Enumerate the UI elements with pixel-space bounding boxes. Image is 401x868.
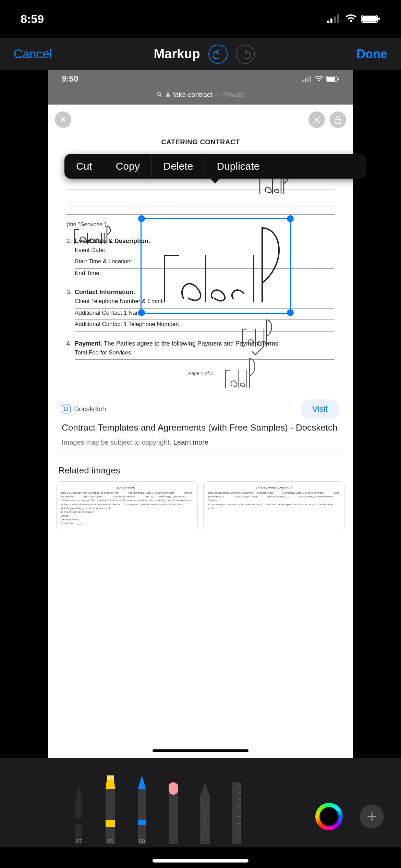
svg-rect-24 <box>138 820 146 825</box>
inner-battery-icon <box>326 76 339 82</box>
related-heading: Related images <box>58 465 343 476</box>
svg-rect-22 <box>107 775 114 780</box>
search-result-card: D Docsketch Visit Contract Templates and… <box>56 391 345 455</box>
copyright-text: Images may be subject to copyright. Lear… <box>62 438 339 446</box>
wifi-icon <box>345 14 357 23</box>
doc-title: CATERING CONTRACT <box>66 137 335 147</box>
result-site: D Docsketch <box>62 405 301 413</box>
svg-rect-12 <box>327 77 335 81</box>
ctx-caret-icon <box>210 179 220 183</box>
ctx-cut[interactable]: Cut <box>64 154 104 179</box>
svg-rect-2 <box>334 16 336 23</box>
battery-icon <box>361 14 380 23</box>
visit-button: Visit <box>301 399 339 419</box>
docsketch-icon: D <box>62 405 71 413</box>
status-bar: 8:59 <box>0 0 401 38</box>
svg-rect-25 <box>169 793 178 844</box>
pen-tool[interactable]: 97 <box>69 786 88 844</box>
plus-icon <box>367 811 377 822</box>
redo-icon <box>240 49 251 59</box>
lasso-tool[interactable] <box>195 782 215 844</box>
add-button[interactable] <box>360 805 384 829</box>
highlighter-size: 80 <box>107 839 113 845</box>
svg-rect-7 <box>302 80 304 82</box>
redo-button[interactable] <box>236 45 255 64</box>
li2-head: Event Date & Description. <box>75 238 150 244</box>
highlighter-tool[interactable]: 80 <box>101 775 120 844</box>
handle-tl[interactable] <box>138 215 145 222</box>
svg-rect-21 <box>106 820 115 827</box>
svg-rect-6 <box>378 17 380 20</box>
ruler-tool[interactable] <box>227 782 246 844</box>
inner-search-bar: fake contract — Private <box>48 87 353 102</box>
handle-tr[interactable] <box>287 215 294 222</box>
screenshot-canvas[interactable]: 9:50 fake contract — Private ✕ <box>48 70 353 758</box>
close-icon: ✕ <box>55 111 71 128</box>
li4-head: Payment. <box>75 340 102 347</box>
markup-toolbar: 97 80 50 <box>0 758 401 847</box>
svg-rect-0 <box>327 21 329 23</box>
home-indicator <box>153 859 248 863</box>
status-time: 8:59 <box>21 12 44 26</box>
selection-box[interactable] <box>141 218 291 314</box>
page-content: ✕ CATERING CONTRACT This Catering Contra… <box>48 105 353 758</box>
status-icons <box>327 14 380 23</box>
share-icon <box>330 111 346 128</box>
pen-size: 97 <box>76 839 82 845</box>
ctx-copy[interactable]: Copy <box>104 154 151 179</box>
lock-icon <box>166 92 170 97</box>
inner-chrome: 9:50 fake contract — Private <box>48 70 353 105</box>
svg-point-17 <box>315 118 318 121</box>
result-title: Contract Templates and Agreements (with … <box>62 422 339 434</box>
related-card-1: DJ CONTRACTThis DJ Contract (the "Contra… <box>56 481 198 530</box>
cellular-icon <box>327 14 341 23</box>
svg-rect-8 <box>305 79 306 82</box>
svg-rect-20 <box>106 789 115 844</box>
search-icon <box>157 92 163 98</box>
svg-rect-16 <box>166 94 170 97</box>
svg-rect-26 <box>169 782 178 795</box>
svg-rect-1 <box>330 19 332 23</box>
search-text: fake contract <box>173 91 212 98</box>
pencil-tool[interactable]: 50 <box>132 775 151 844</box>
page-title: Markup <box>154 47 200 61</box>
inner-time: 9:50 <box>62 74 78 84</box>
inner-home-indicator <box>153 749 248 752</box>
site-name: Docsketch <box>74 405 106 413</box>
page-indicator: Page 1 of 3 <box>66 370 335 377</box>
canvas-area[interactable]: 9:50 fake contract — Private ✕ <box>0 70 401 758</box>
svg-rect-5 <box>362 16 377 22</box>
lens-icon <box>308 111 325 128</box>
color-picker[interactable] <box>315 803 343 830</box>
pencil-size: 50 <box>139 839 145 845</box>
inner-wifi-icon <box>315 76 324 82</box>
svg-point-14 <box>157 92 161 96</box>
svg-rect-23 <box>138 789 146 844</box>
svg-rect-9 <box>307 77 308 82</box>
inner-cellular-icon <box>302 76 312 82</box>
svg-rect-10 <box>309 76 311 82</box>
done-button[interactable]: Done <box>356 47 387 61</box>
ctx-duplicate[interactable]: Duplicate <box>205 154 271 179</box>
undo-button[interactable] <box>208 45 228 64</box>
cancel-button[interactable]: Cancel <box>14 47 52 61</box>
related-grid: DJ CONTRACTThis DJ Contract (the "Contra… <box>56 481 345 530</box>
private-label: — Private <box>212 91 244 98</box>
related-card-2: LANDSCAPING CONTRACTThis Landscaping Con… <box>203 481 345 530</box>
markup-nav: Cancel Markup Done <box>0 38 401 70</box>
ctx-delete[interactable]: Delete <box>152 154 205 179</box>
svg-rect-19 <box>75 818 82 824</box>
li4-body: The Parties agree to the following Payme… <box>102 340 280 347</box>
eraser-tool[interactable] <box>164 782 183 844</box>
li3-head: Contact Information. <box>75 289 135 296</box>
svg-rect-3 <box>337 14 339 23</box>
svg-line-15 <box>160 95 162 97</box>
undo-icon <box>213 49 223 59</box>
context-menu: Cut Copy Delete Duplicate <box>64 154 366 179</box>
handle-bl[interactable] <box>138 309 145 316</box>
handle-br[interactable] <box>287 309 294 316</box>
svg-rect-13 <box>338 78 339 80</box>
